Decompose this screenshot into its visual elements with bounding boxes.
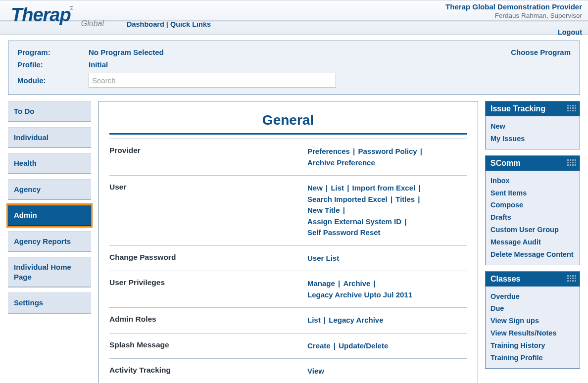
topbar: Therap® Global Dashboard | Quick Links T… [0, 0, 588, 35]
row-label: User Privileges [109, 278, 307, 287]
row-label: Splash Message [109, 340, 307, 349]
row-label: Change Password [109, 253, 307, 262]
row-links: Preferences | Password Policy | Archive … [307, 146, 467, 168]
link-legacy-archive[interactable]: Legacy Archive [329, 316, 383, 324]
panel-head[interactable]: SComm [486, 156, 580, 171]
panel-link-drafts[interactable]: Drafts [490, 211, 575, 224]
sidebar-tab-health[interactable]: Health [8, 153, 91, 174]
link-list[interactable]: List [307, 316, 321, 324]
link-new-title[interactable]: New Title [307, 206, 340, 214]
link-archive[interactable]: Archive [343, 279, 370, 287]
link-list[interactable]: List [331, 184, 344, 192]
main-content: General ProviderPreferences | Password P… [98, 101, 478, 383]
row-links: View [307, 366, 467, 377]
sidebar-tab-agency[interactable]: Agency [8, 179, 91, 200]
link-password-policy[interactable]: Password Policy [358, 147, 417, 155]
row-links: New | List | Import from Excel | Search … [307, 183, 467, 239]
panel-link-compose[interactable]: Compose [490, 199, 575, 211]
panel-link-due[interactable]: Due [490, 302, 575, 315]
sidebar-tab-admin[interactable]: Admin [8, 205, 91, 226]
panel-head[interactable]: Issue Tracking [486, 101, 580, 116]
row-user-privileges: User PrivilegesManage | Archive | Legacy… [109, 271, 467, 308]
sidebar-tab-agency-reports[interactable]: Agency Reports [8, 231, 91, 252]
row-change-password: Change PasswordUser List [109, 246, 467, 272]
row-links: List | Legacy Archive [307, 315, 467, 326]
program-box: Choose Program Program: No Program Selec… [8, 41, 580, 95]
sidebar-tab-individual[interactable]: Individual [8, 127, 91, 148]
panel-body: OverdueDueView Sign upsView Results/Note… [486, 287, 580, 368]
link-view[interactable]: View [307, 367, 324, 375]
link-assign-external-system-id[interactable]: Assign External System ID [307, 217, 401, 226]
row-label: Admin Roles [109, 315, 307, 324]
panel-link-delete-message-content[interactable]: Delete Message Content [490, 248, 575, 261]
right-sidebar: Issue TrackingNewMy IssuesSCommInboxSent… [485, 101, 580, 375]
link-import-from-excel[interactable]: Import from Excel [352, 184, 416, 192]
logout-link[interactable]: Logout [445, 28, 582, 36]
link-preferences[interactable]: Preferences [307, 147, 350, 155]
choose-program-link[interactable]: Choose Program [511, 48, 571, 56]
row-splash-message: Splash MessageCreate | Update/Delete [109, 334, 467, 359]
row-label: Activity Tracking [109, 366, 307, 375]
link-new[interactable]: New [307, 184, 323, 192]
panel-head[interactable]: Classes [486, 272, 580, 287]
panel-link-training-history[interactable]: Training History [490, 339, 575, 352]
sidebar-tab-highlight: Admin [6, 203, 93, 228]
row-label: User [109, 183, 307, 192]
panel-link-view-sign-ups[interactable]: View Sign ups [490, 315, 575, 327]
panel-link-custom-user-group[interactable]: Custom User Group [490, 224, 575, 236]
logo: Therap® Global [11, 4, 115, 29]
provider-name: Therap Global Demonstration Provider [445, 2, 582, 11]
link-search-imported-excel[interactable]: Search Imported Excel [307, 195, 388, 203]
panel-link-new[interactable]: New [490, 120, 575, 133]
logo-sub: Global [81, 19, 104, 28]
panel-link-training-profile[interactable]: Training Profile [490, 352, 575, 364]
link-titles[interactable]: Titles [395, 195, 415, 203]
logo-main: Therap® [11, 4, 74, 25]
drag-handle-icon[interactable] [567, 159, 577, 166]
profile-label: Profile: [17, 60, 89, 69]
panel-scomm: SCommInboxSent ItemsComposeDraftsCustom … [485, 155, 580, 265]
panel-link-view-results-notes[interactable]: View Results/Notes [490, 327, 575, 339]
panel-link-message-audit[interactable]: Message Audit [490, 236, 575, 248]
drag-handle-icon[interactable] [567, 275, 577, 282]
sidebar-tab-to-do[interactable]: To Do [8, 101, 91, 122]
profile-value[interactable]: Initial [89, 60, 571, 69]
link-update-delete[interactable]: Update/Delete [339, 341, 388, 350]
row-provider: ProviderPreferences | Password Policy | … [109, 139, 467, 176]
module-search-input[interactable] [89, 73, 336, 88]
link-self-password-reset[interactable]: Self Password Reset [307, 228, 381, 237]
row-links: User List [307, 253, 467, 264]
row-links: Manage | Archive | Legacy Archive Upto J… [307, 278, 467, 300]
link-legacy-archive-upto-jul-2011[interactable]: Legacy Archive Upto Jul 2011 [307, 290, 412, 299]
program-label: Program: [17, 48, 89, 56]
drag-handle-icon[interactable] [567, 104, 577, 111]
panel-issue-tracking: Issue TrackingNewMy Issues [485, 101, 580, 149]
row-links: Create | Update/Delete [307, 340, 467, 352]
link-user-list[interactable]: User List [307, 254, 339, 262]
row-user: UserNew | List | Import from Excel | Sea… [109, 176, 467, 246]
panel-link-inbox[interactable]: Inbox [490, 175, 575, 187]
panel-body: InboxSent ItemsComposeDraftsCustom User … [486, 171, 580, 265]
sidebar-tab-individual-home-page[interactable]: Individual Home Page [8, 257, 91, 287]
row-label: Provider [109, 146, 307, 155]
link-manage[interactable]: Manage [307, 279, 335, 287]
panel-link-my-issues[interactable]: My Issues [490, 133, 575, 145]
module-label: Module: [17, 76, 89, 85]
program-value: No Program Selected [89, 48, 571, 56]
row-activity-tracking: Activity TrackingView [109, 359, 467, 383]
panel-classes: ClassesOverdueDueView Sign upsView Resul… [485, 271, 580, 369]
sidebar-tab-settings[interactable]: Settings [8, 292, 91, 314]
section-title: General [109, 105, 467, 133]
panel-body: NewMy Issues [486, 116, 580, 149]
link-archive-preference[interactable]: Archive Preference [307, 158, 375, 167]
row-admin-roles: Admin RolesList | Legacy Archive [109, 308, 467, 334]
left-sidebar: To DoIndividualHealthAgencyAdminAgency R… [8, 101, 91, 319]
user-name: Ferdaus Rahman, Supervisor [445, 12, 582, 19]
panel-link-overdue[interactable]: Overdue [490, 290, 575, 303]
link-create[interactable]: Create [307, 341, 331, 350]
panel-link-sent-items[interactable]: Sent Items [490, 187, 575, 199]
